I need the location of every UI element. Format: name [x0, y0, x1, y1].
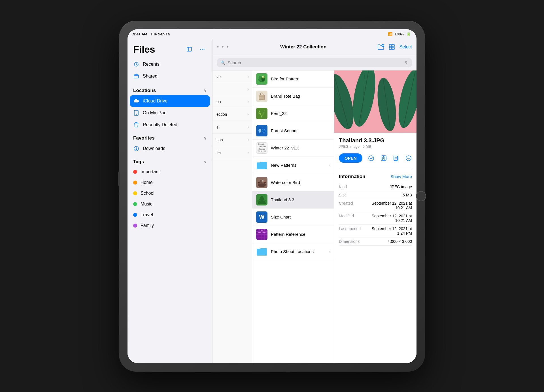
folder-item[interactable]: ection › [212, 108, 252, 121]
markup-button[interactable] [368, 153, 375, 163]
chevron-icon: › [248, 151, 249, 155]
svg-rect-54 [334, 70, 416, 133]
file-thumbnail-bird [256, 73, 267, 85]
recently-deleted-label: Recently Deleted [143, 122, 177, 127]
folder-item[interactable]: on › [212, 95, 252, 108]
preview-image [334, 70, 416, 133]
shared-icon [133, 73, 139, 79]
svg-rect-13 [389, 44, 392, 47]
show-more-button[interactable]: Show More [390, 174, 412, 179]
file-thumbnail-watercolor [256, 177, 267, 188]
file-thumbnail-tote [256, 91, 267, 102]
info-value-dimensions: 4,000 × 3,000 [364, 239, 412, 244]
content-area: • • • Winter 22 Collection [212, 39, 416, 363]
file-thumbnail-photo-shoot [256, 246, 267, 257]
svg-point-23 [263, 77, 264, 77]
info-row-modified: Modified September 12, 2021 at 10:21 AM [339, 212, 412, 225]
file-item-winter[interactable]: Fornalls Liverpool CatalogWinter 22 Wint… [252, 140, 334, 157]
tags-label: Tags [133, 159, 144, 165]
sidebar-item-icloud[interactable]: iCloud Drive [130, 95, 210, 107]
file-item-fern[interactable]: Fern_22 [252, 105, 334, 122]
files-column: Bird for Pattern [252, 70, 334, 363]
file-item-photo-shoot[interactable]: Photo Shoot Locations › [252, 243, 334, 260]
sidebar-item-recents[interactable]: Recents [128, 58, 212, 70]
music-dot [133, 202, 137, 206]
three-column-layout: ve › › on › ection › [212, 70, 416, 363]
open-button[interactable]: OPEN [339, 153, 362, 163]
icloud-icon [133, 98, 139, 104]
sidebar-item-recently-deleted[interactable]: Recently Deleted [128, 119, 212, 131]
date-display: Tue Sep 14 [150, 32, 170, 36]
info-row-last-opened: Last opened September 12, 2021 at 1:24 P… [339, 225, 412, 237]
chevron-icon: › [248, 138, 249, 142]
information-section: Information Show More Kind JPEG image Si… [339, 174, 412, 250]
sidebar-tag-important[interactable]: Important [128, 166, 212, 177]
svg-point-65 [407, 158, 408, 158]
sidebar-item-ipad[interactable]: On My iPad [128, 107, 212, 119]
important-dot [133, 170, 137, 174]
file-item-watercolor[interactable]: Watercolor Bird [252, 174, 334, 191]
search-bar: 🔍 🎙 [212, 55, 416, 70]
chevron-icon: › [248, 87, 249, 91]
ipad-device: 9:41 AM Tue Sep 14 📶 100% 🔋 Files [119, 21, 425, 372]
favorites-label: Favorites [133, 135, 155, 141]
file-name-bird: Bird for Pattern [271, 76, 330, 81]
file-item-thailand[interactable]: Thailand 3.3 [252, 191, 334, 209]
folder-item[interactable]: s › [212, 121, 252, 134]
svg-rect-25 [259, 95, 265, 100]
file-thumbnail-fern [256, 108, 267, 119]
file-item-forest[interactable]: Forest Sounds [252, 122, 334, 140]
tags-section-header: Tags ∨ [128, 155, 212, 166]
folder-item[interactable]: › [212, 83, 252, 95]
svg-rect-16 [392, 47, 394, 50]
microphone-icon[interactable]: 🎙 [405, 60, 409, 65]
file-item-pattern-ref[interactable]: Pattern Reference [252, 226, 334, 243]
sidebar-tag-family[interactable]: Family [128, 220, 212, 231]
folder-item[interactable]: ve › [212, 70, 252, 83]
battery-display: 100% [395, 32, 404, 36]
file-item-size-chart[interactable]: W Size Chart [252, 209, 334, 226]
school-dot [133, 191, 137, 195]
more-actions-button[interactable] [405, 153, 412, 163]
sidebar-item-shared[interactable]: Shared [128, 70, 212, 82]
info-row-kind: Kind JPEG image [339, 183, 412, 191]
info-label-dimensions: Dimensions [339, 239, 364, 244]
select-button[interactable]: Select [400, 44, 412, 50]
svg-point-67 [409, 158, 410, 158]
info-title: Information [339, 174, 366, 179]
folder-item[interactable]: ite › [212, 146, 252, 159]
file-name-new-patterns: New Patterns [271, 163, 326, 168]
svg-rect-6 [134, 75, 139, 78]
nav-grid-button[interactable] [389, 44, 395, 50]
sidebar-title: Files [133, 44, 155, 55]
copy-button[interactable] [393, 153, 400, 163]
sidebar-tag-travel[interactable]: Travel [128, 209, 212, 220]
downloads-label: Downloads [143, 146, 165, 151]
sidebar-tag-music[interactable]: Music [128, 199, 212, 209]
home-button[interactable] [416, 191, 426, 201]
file-thumbnail-pattern-ref [256, 229, 267, 240]
app-container: Files [128, 39, 416, 363]
preview-fileinfo: JPEG image · 5 MB [339, 144, 412, 149]
sidebar-more-button[interactable] [198, 45, 207, 53]
home-dot [133, 181, 137, 185]
sidebar-header: Files [128, 39, 212, 57]
file-item-brand-tote[interactable]: Brand Tote Bag [252, 88, 334, 105]
sidebar-tag-school[interactable]: School [128, 188, 212, 199]
info-value-last-opened: September 12, 2021 at 1:24 PM [364, 226, 412, 235]
music-label: Music [141, 202, 152, 207]
sidebar-tag-home[interactable]: Home [128, 177, 212, 188]
time-display: 9:41 AM [133, 32, 147, 36]
nav-folder-button[interactable] [377, 44, 384, 50]
sidebar-toggle-button[interactable] [185, 45, 194, 53]
file-item-new-patterns[interactable]: New Patterns › [252, 157, 334, 174]
search-input[interactable] [228, 60, 402, 65]
sidebar-item-downloads[interactable]: Downloads [128, 143, 212, 155]
folder-item[interactable]: tion › [212, 134, 252, 146]
file-name-forest: Forest Sounds [271, 128, 330, 133]
share-button[interactable] [380, 153, 387, 163]
svg-point-3 [202, 49, 203, 50]
file-name-fern: Fern_22 [271, 111, 330, 116]
file-item-bird[interactable]: Bird for Pattern [252, 70, 334, 88]
home-label: Home [141, 180, 153, 185]
